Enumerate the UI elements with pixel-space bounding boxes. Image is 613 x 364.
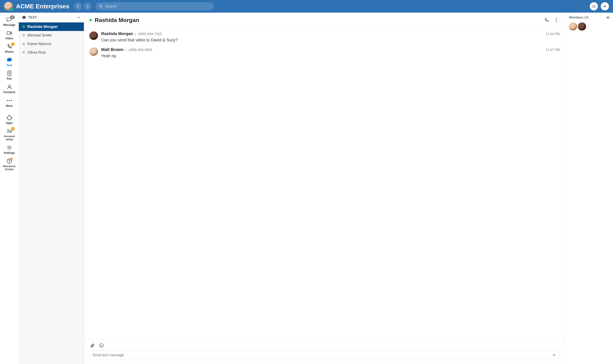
search-input[interactable] [105,4,210,9]
message-phone: (408) 834-7315 [138,32,162,36]
rail-settings[interactable]: Settings [0,143,19,156]
thread-column: Rashida Morgan Rashida Morgan • (408) 83… [84,13,565,364]
members-avatar-list [569,22,609,31]
thread-header: Rashida Morgan [84,13,565,28]
members-title: Members (2) [569,15,588,20]
conversation-name: Michael Smith [27,33,52,38]
svg-point-17 [7,100,8,101]
contacts-icon [7,84,12,90]
svg-point-7 [595,6,595,7]
message-avatar [89,31,98,40]
nav-back-button[interactable] [74,2,82,10]
svg-point-27 [556,20,557,20]
nav-forward-button[interactable] [84,2,91,10]
video-icon [7,31,12,35]
svg-point-3 [594,5,594,5]
message-text: Can you send that video to David & Suzy? [101,38,560,42]
presence-indicator [22,34,25,37]
message-time: 11:47 PM [546,48,560,52]
thread-menu-button[interactable] [553,17,560,24]
attach-button[interactable] [90,343,95,348]
conversation-name: Olivia Ruiz [27,50,46,55]
rail-settings-label: Settings [4,151,15,155]
presence-indicator [22,26,25,28]
text-icon [7,57,12,63]
phone-badge: 2 [11,42,15,46]
send-icon [552,353,557,357]
svg-point-28 [556,21,557,22]
member-avatar[interactable] [569,22,577,31]
rail-video[interactable]: Video [0,28,19,42]
message-time: 11:44 PM [546,32,560,36]
presence-indicator [22,51,25,54]
send-button[interactable] [552,353,557,357]
compose-box[interactable] [89,350,560,360]
conversation-item[interactable]: Karen Marcus [19,39,84,48]
plus-icon [603,4,607,8]
svg-point-23 [9,147,10,148]
collapse-members-button[interactable] [606,16,609,19]
svg-point-30 [101,345,101,345]
apps-icon [7,115,12,120]
rail-account-label: Account setup [0,135,19,141]
call-button[interactable] [543,17,550,24]
dialpad-button[interactable] [590,2,598,10]
conversation-column: TEXT Rashida Morgan Michael Smith Karen … [19,13,84,364]
rail-account-setup[interactable]: 2 Account setup [0,127,19,143]
svg-point-5 [592,6,593,7]
message-badge: 26 [10,15,14,19]
separator-dot: • [125,48,127,52]
conversation-heading: TEXT [28,16,37,19]
compose-input[interactable] [92,353,550,357]
conversation-item[interactable]: Michael Smith [19,31,84,39]
conversation-item[interactable]: Olivia Ruiz [19,48,84,57]
search-icon [99,4,103,8]
rail-phone-label: Phone [5,50,14,53]
search-field[interactable] [96,2,214,10]
svg-point-9 [594,7,594,8]
top-bar: ACME Enterprises [0,0,613,13]
account-badge: 2 [11,127,15,131]
rail-phone[interactable]: 2 Phone [0,42,19,55]
emoji-button[interactable] [99,343,104,348]
phone-icon [544,18,549,23]
new-conversation-button[interactable] [77,16,81,19]
compose-area [84,339,565,364]
rail-more[interactable]: More [0,96,19,109]
new-button[interactable] [601,2,609,10]
more-icon [7,100,12,101]
svg-rect-11 [7,32,10,34]
chevron-left-icon [77,5,80,8]
svg-point-19 [11,100,12,101]
rail-resource-center[interactable]: Resource Center [0,156,19,173]
main-area: 26 Message Video 2 Phone Text [0,13,613,364]
svg-point-18 [9,100,10,101]
rail-apps[interactable]: Apps [0,113,19,127]
conversation-name: Rashida Morgan [27,25,57,29]
svg-point-16 [8,85,10,87]
rail-message-label: Message [3,23,15,26]
message-item: Rashida Morgan • (408) 834-7315 11:44 PM… [89,31,560,42]
svg-line-1 [101,7,102,8]
current-user-avatar[interactable] [4,2,13,11]
svg-point-10 [595,7,595,8]
resource-notification-dot [11,158,13,160]
rail-message[interactable]: 26 Message [0,15,19,28]
rail-video-label: Video [5,37,13,40]
rail-contacts[interactable]: Contacts [0,82,19,96]
rail-resource-label: Resource Center [0,165,19,171]
message-avatar [89,47,98,56]
emoji-icon [99,343,104,348]
org-title: ACME Enterprises [16,3,70,10]
left-rail: 26 Message Video 2 Phone Text [0,13,19,364]
conversation-item[interactable]: Rashida Morgan [19,22,84,31]
nav-arrows [74,2,91,10]
member-avatar[interactable] [578,22,586,31]
rail-fax[interactable]: Fax [0,69,19,82]
svg-point-6 [594,6,594,7]
presence-dot [89,19,92,21]
rail-text[interactable]: Text [0,55,19,69]
conversation-name: Karen Marcus [27,42,51,46]
fax-icon [7,70,12,76]
conversation-list: Rashida Morgan Michael Smith Karen Marcu… [19,22,84,364]
